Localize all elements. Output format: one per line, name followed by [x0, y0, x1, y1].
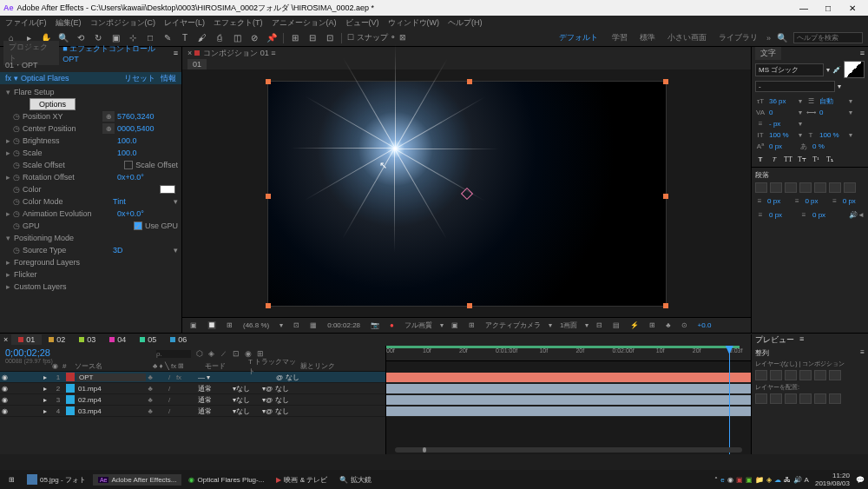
snapshot-icon[interactable]: 📷 [368, 321, 382, 329]
blend-mode[interactable]: — ▾ [198, 373, 233, 381]
dropdown-icon[interactable]: ▾ [838, 83, 841, 90]
playhead[interactable] [729, 346, 730, 454]
timeline-tab[interactable]: 03 [72, 334, 102, 345]
layer-name[interactable]: 02.mp4 [76, 396, 146, 404]
text-tool[interactable]: T [179, 32, 191, 44]
toggle-grid-icon[interactable]: ⊞ [466, 321, 477, 329]
menu-window[interactable]: ウィンドウ(W) [388, 17, 440, 29]
eyedropper-icon[interactable]: 💉 [832, 66, 841, 74]
panel-menu-icon[interactable]: ≡ [860, 348, 865, 358]
flowchart-icon[interactable]: ♣ [663, 321, 673, 329]
parent-dropdown[interactable]: なし [275, 395, 289, 405]
layer-color[interactable] [66, 395, 75, 404]
tray-onedrive-icon[interactable]: ☁ [774, 476, 781, 484]
layer-bar[interactable] [386, 395, 751, 405]
distribute-bottom[interactable] [785, 393, 797, 404]
taskbar-item[interactable]: ◉Optical Flares Plug-... [183, 474, 269, 486]
panel-menu-icon[interactable]: ≡ [174, 49, 178, 57]
stopwatch-icon[interactable]: ◷ [12, 185, 21, 194]
menu-view[interactable]: ビュー(V) [345, 17, 379, 29]
group-twirl[interactable]: ▾ [3, 234, 12, 242]
workspace-small[interactable]: 小さい画面 [664, 32, 710, 43]
speaker-icon[interactable]: 🔊◄ [849, 211, 865, 219]
draft3d-icon[interactable]: ◈ [208, 349, 214, 358]
system-clock[interactable]: 11:202019/08/03 [812, 472, 853, 487]
eraser-tool[interactable]: ◫ [231, 32, 243, 44]
comp-mini-flowchart-icon[interactable]: ⬡ [196, 349, 203, 358]
timeline-search[interactable] [156, 350, 191, 358]
val-position[interactable]: 5760,3240 [117, 112, 178, 121]
layer-bar[interactable] [386, 373, 751, 382]
roi-icon[interactable]: ▣ [449, 321, 461, 329]
dropdown-icon[interactable]: ▾ [174, 246, 178, 254]
layer-color[interactable] [66, 406, 75, 415]
stamp-tool[interactable]: ⎙ [214, 32, 226, 44]
timecode[interactable]: 0:00:02:28 [325, 321, 363, 329]
layer-color[interactable] [66, 373, 75, 381]
anchor-point-icon[interactable] [460, 187, 472, 199]
layer-handle[interactable] [663, 79, 668, 84]
timeline-tab[interactable]: 04 [102, 334, 133, 345]
effect-reset[interactable]: リセット [124, 73, 155, 84]
roto-tool[interactable]: ⊘ [248, 32, 260, 44]
current-time[interactable]: 0;00;02;28 [5, 347, 151, 358]
workspace-learn[interactable]: 学習 [608, 32, 631, 43]
italic-button[interactable]: T [769, 155, 779, 163]
val-brightness[interactable]: 100.0 [117, 136, 178, 145]
stopwatch-icon[interactable]: ◷ [12, 173, 21, 182]
search-icon[interactable]: 🔍 [776, 32, 788, 44]
parent-dropdown[interactable]: なし [275, 406, 289, 416]
tracking[interactable]: 0 [819, 109, 845, 116]
distribute-left[interactable] [799, 393, 812, 404]
link-icon[interactable]: ⊕ [102, 123, 115, 134]
dropdown-icon[interactable]: ▾ [174, 197, 178, 206]
taskbar-item[interactable]: 05.jpg - フォト [22, 472, 91, 486]
fx-twirl-icon[interactable]: ▾ [14, 74, 18, 83]
dropdown-icon[interactable]: ▾ [826, 66, 830, 74]
workspace-standard[interactable]: 標準 [636, 32, 659, 43]
tray-folder-icon[interactable]: 📁 [755, 476, 764, 484]
frame-blend-icon[interactable]: ⊡ [233, 349, 240, 358]
menu-composition[interactable]: コンポジション(C) [90, 17, 156, 29]
val-colormode[interactable]: Tint [113, 197, 174, 206]
align-top-edges[interactable] [799, 370, 812, 380]
fast-preview2-icon[interactable]: ⚡ [628, 321, 641, 329]
tray-nvidia-icon[interactable]: ▣ [746, 476, 753, 484]
smallcaps-button[interactable]: Tᴛ [797, 155, 807, 163]
workspace-more[interactable]: » [766, 34, 771, 43]
tray-drive-icon[interactable]: ◈ [766, 476, 772, 484]
subscript-button[interactable]: T₁ [825, 155, 835, 163]
effect-name[interactable]: Optical Flares [21, 74, 119, 83]
exposure[interactable]: +0.0 [695, 321, 714, 329]
stopwatch-icon[interactable]: ◷ [12, 246, 21, 254]
transparency-icon[interactable]: ▦ [307, 321, 319, 329]
distribute-right[interactable] [829, 393, 841, 404]
snap-toggle[interactable]: ☐ スナップ ⚬ ⊠ [347, 32, 406, 43]
stopwatch-icon[interactable]: ◷ [12, 112, 21, 121]
timeline-tab[interactable]: 02 [42, 334, 72, 345]
group-twirl[interactable]: ▸ [3, 270, 12, 279]
taskbar-item[interactable]: 🔍拡大鏡 [334, 473, 377, 486]
stopwatch-icon[interactable]: ◷ [12, 209, 21, 218]
parent-pickwhip-icon[interactable]: @ [266, 407, 273, 415]
tray-network-icon[interactable]: 🖧 [784, 476, 791, 484]
val-center[interactable]: 0000,5400 [117, 124, 178, 133]
parent-dropdown[interactable]: なし [275, 384, 289, 393]
blend-mode[interactable]: 通常 [198, 406, 233, 416]
twirl-icon[interactable]: ▸ [43, 385, 52, 393]
tab-character[interactable]: 文字 [755, 47, 781, 60]
val-evolution[interactable]: 0x+0.0° [117, 209, 178, 218]
share-view-icon[interactable]: ⊟ [594, 321, 605, 329]
twirl-icon[interactable]: ▸ [43, 396, 52, 404]
resolution[interactable]: フル画質 [402, 320, 435, 330]
align-vertical-centers[interactable] [814, 370, 826, 380]
tray-edge-icon[interactable]: e [720, 476, 724, 484]
comp-name[interactable]: コンポジション 01 ≡ [203, 48, 275, 59]
timeline-icon[interactable]: ⊞ [647, 321, 658, 329]
col-source[interactable]: ソース名 [75, 361, 153, 371]
parent-pickwhip-icon[interactable]: @ [276, 373, 283, 381]
parent-pickwhip-icon[interactable]: @ [266, 396, 273, 404]
font-style[interactable]: - [755, 81, 835, 92]
justify-last-left-button[interactable] [799, 182, 812, 193]
align-to-comp[interactable]: コンポジション [802, 360, 845, 367]
